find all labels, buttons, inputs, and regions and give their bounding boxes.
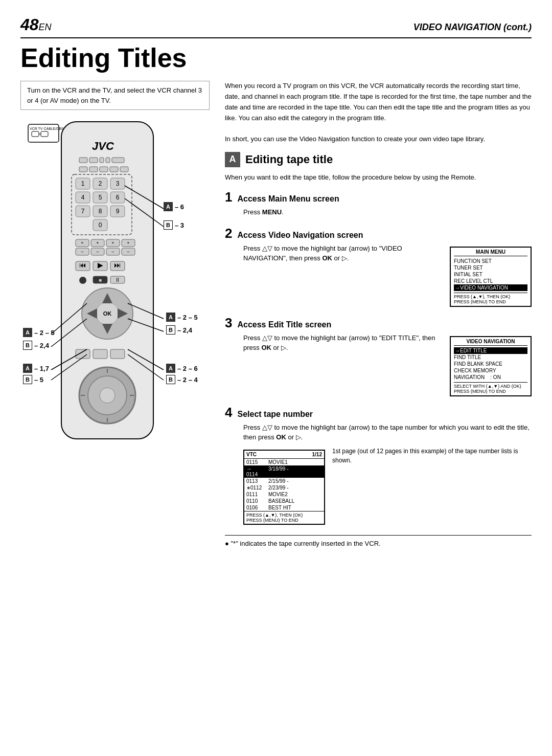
step2-title: Access Video Navigation screen	[237, 231, 363, 240]
svg-text:6: 6	[116, 194, 120, 201]
svg-point-60	[79, 277, 86, 284]
svg-text:8: 8	[99, 208, 102, 215]
menu3-title: VIDEO NAVIGATION	[454, 339, 527, 346]
section-a-title: Editing tape title	[245, 153, 333, 166]
svg-text:VCR TV CABLE/DBS: VCR TV CABLE/DBS	[30, 127, 64, 130]
step-3: 3 Access Edit Title screen Press △▽ to m…	[225, 315, 532, 396]
svg-text:+: +	[81, 240, 83, 246]
menu2-item4: REC LEVEL CTL	[454, 278, 527, 284]
step1-text: Press MENU.	[243, 207, 532, 217]
svg-text:OK: OK	[103, 310, 112, 317]
step2-menu: MAIN MENU FUNCTION SET TUNER SET INITIAL…	[450, 247, 532, 307]
label-b3: B – 3	[164, 220, 184, 230]
label-a25-left: A – 2 – 5	[23, 328, 55, 337]
main-title: Editing Titles	[20, 43, 532, 73]
label-a17: A – 1,7	[23, 364, 49, 373]
tape-table-header: VTC 1/12	[244, 451, 324, 459]
svg-text:II: II	[116, 277, 119, 283]
svg-text:2: 2	[99, 180, 102, 187]
step2-number: 2	[225, 226, 232, 241]
step2-text: Press △▽ to move the highlight bar (arro…	[243, 243, 443, 307]
svg-text:■: ■	[99, 277, 102, 283]
svg-text:4: 4	[81, 194, 85, 201]
svg-text:–: –	[81, 249, 83, 254]
right-column: When you record a TV program on this VCR…	[225, 81, 532, 547]
step-4: 4 Select tape number Press △▽ to move th…	[225, 405, 532, 525]
section-intro: When you want to edit the tape title, fo…	[225, 172, 532, 183]
page: 48EN VIDEO NAVIGATION (cont.) Editing Ti…	[0, 0, 552, 756]
menu3-item2: FIND TITLE	[454, 354, 527, 361]
menu2-item1: FUNCTION SET	[454, 258, 527, 264]
step4-text: Press △▽ to move the highlight bar (arro…	[243, 423, 532, 442]
tape-header-left: VTC	[246, 452, 257, 457]
tape-row-4: ∗01122/23/99 -	[244, 484, 324, 491]
tape-table-footer: PRESS (▲,▼), THEN (OK)PRESS (MENU) TO EN…	[244, 511, 324, 524]
label-b24-right: B – 2,4	[166, 325, 192, 335]
step4-table-area: VTC 1/12 0115MOVIE1 → 01143/18/99 - 0113…	[243, 447, 532, 525]
menu3-item5: NAVIGATION : ON	[454, 374, 527, 381]
remote-control-container: VCR TV CABLE/DBS JVC	[20, 119, 204, 467]
tape-row-5: 0111MOVIE2	[244, 491, 324, 498]
svg-rect-10	[106, 158, 110, 163]
menu2-title: MAIN MENU	[454, 249, 527, 256]
tape-row-1: 0115MOVIE1	[244, 459, 324, 465]
step-2: 2 Access Video Navigation screen Press △…	[225, 226, 532, 307]
page-header: 48EN VIDEO NAVIGATION (cont.)	[20, 15, 532, 38]
menu2-item5-selected: →VIDEO NAVIGATION	[454, 284, 527, 291]
label-a25-right: A – 2 – 5	[166, 313, 198, 322]
section-a-heading: A Editing tape title	[225, 152, 532, 167]
svg-rect-13	[89, 167, 98, 172]
tape-row-2-selected: → 01143/18/99 -	[244, 465, 324, 478]
svg-text:5: 5	[99, 194, 102, 201]
svg-text:9: 9	[116, 208, 120, 215]
svg-text:⏭: ⏭	[114, 261, 121, 269]
tape-row-7: 0106BEST HIT	[244, 504, 324, 511]
svg-rect-2	[32, 131, 39, 137]
step3-text: Press △▽ to move the highlight bar (arro…	[243, 333, 443, 396]
menu3-item3: FIND BLANK SPACE	[454, 361, 527, 367]
step3-menu: VIDEO NAVIGATION →EDIT TITLE FIND TITLE …	[450, 336, 532, 396]
label-a26: A – 2 – 6	[166, 364, 198, 373]
label-b24-bottom: B – 2 – 4	[166, 375, 198, 384]
section-a-badge: A	[225, 152, 240, 167]
label-a6: A – 6	[164, 202, 184, 211]
menu3-item1-selected: →EDIT TITLE	[454, 347, 527, 354]
svg-rect-7	[79, 158, 87, 163]
step3-title: Access Edit Title screen	[237, 320, 331, 329]
step4-number: 4	[225, 405, 232, 420]
svg-rect-16	[120, 167, 128, 172]
step-1: 1 Access Main Menu screen Press MENU.	[225, 189, 532, 217]
step3-content: Press △▽ to move the highlight bar (arro…	[243, 333, 532, 396]
intro-box: Turn on the VCR and the TV, and select t…	[20, 81, 210, 110]
remote-control-svg: VCR TV CABLE/DBS JVC	[20, 119, 204, 472]
svg-text:7: 7	[81, 208, 85, 215]
svg-rect-11	[112, 158, 124, 163]
step2-content: Press △▽ to move the highlight bar (arro…	[243, 243, 532, 307]
tape-row-3: 01132/15/99 -	[244, 478, 324, 484]
step1-title: Access Main Menu screen	[237, 194, 339, 204]
svg-text:–: –	[96, 249, 99, 254]
tape-table: VTC 1/12 0115MOVIE1 → 01143/18/99 - 0113…	[243, 450, 325, 525]
menu3-item4: CHECK MEMORY	[454, 367, 527, 374]
svg-text:+: +	[111, 240, 114, 246]
svg-text:3: 3	[116, 180, 120, 187]
menu2-item2: TUNER SET	[454, 264, 527, 271]
svg-rect-73	[93, 349, 107, 359]
step4-title: Select tape number	[237, 410, 313, 419]
content-layout: Turn on the VCR and the TV, and select t…	[20, 81, 532, 547]
tape-row-6: 0110BASEBALL	[244, 498, 324, 504]
svg-text:–: –	[127, 249, 129, 254]
step1-number: 1	[225, 189, 232, 205]
svg-text:0: 0	[99, 221, 102, 229]
svg-text:1: 1	[81, 180, 85, 187]
svg-rect-9	[100, 158, 104, 163]
tape-header-right: 1/12	[312, 452, 322, 457]
menu3-footer: SELECT WITH (▲,▼) AND (OK)PRESS (MENU) T…	[454, 382, 527, 394]
svg-text:▶: ▶	[98, 261, 103, 269]
step3-number: 3	[225, 315, 232, 331]
svg-text:+: +	[127, 240, 129, 246]
svg-rect-8	[89, 158, 98, 163]
svg-rect-14	[100, 167, 108, 172]
svg-rect-3	[41, 131, 48, 137]
svg-text:⏮: ⏮	[79, 261, 86, 269]
